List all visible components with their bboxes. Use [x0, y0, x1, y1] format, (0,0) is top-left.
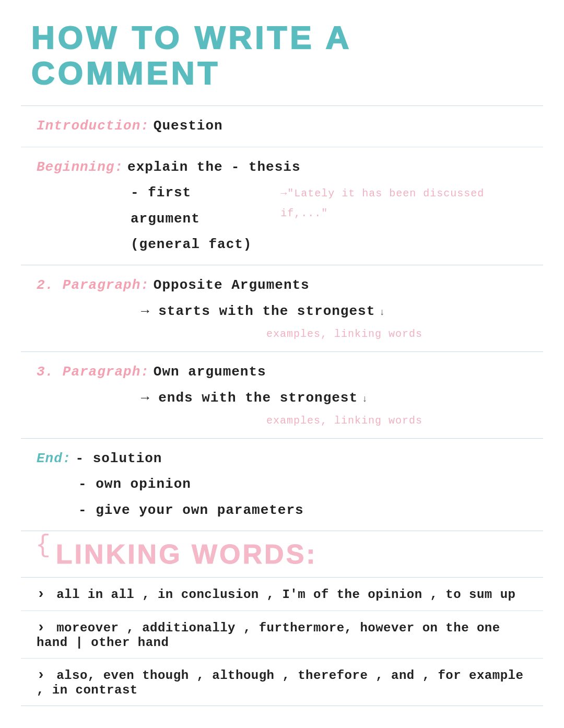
end-row3: - give your own parameters: [37, 498, 533, 523]
beginning-item2-row: - first argument →"Lately it has been di…: [37, 180, 533, 232]
page-title: HOW TO WRITE A COMMENT: [31, 20, 527, 91]
intro-label: Introduction:: [37, 113, 149, 139]
linking-title: LINKING WORDS:: [56, 539, 318, 569]
intro-section: Introduction: Question: [21, 106, 543, 146]
para2-label: 2. Paragraph:: [37, 273, 149, 298]
beginning-item1: - thesis: [231, 155, 301, 180]
linking-row3: › also, even though , although , therefo…: [21, 659, 543, 706]
beginning-item3: (general fact): [131, 232, 252, 257]
end-section: End: - solution - own opinion - give you…: [21, 439, 543, 531]
bracket-icon: {: [21, 531, 51, 555]
para3-note: examples, linking words: [266, 411, 422, 431]
para2-sub-row: → starts with the strongest ↓: [37, 299, 533, 324]
para3-sub: → ends with the strongest: [141, 385, 358, 411]
linking-section: { LINKING WORDS:: [21, 531, 543, 577]
para2-section: 2. Paragraph: Opposite Arguments → start…: [21, 265, 543, 351]
linking-arrow2: ›: [37, 619, 45, 636]
beginning-row: Beginning: explain the - thesis: [37, 155, 533, 180]
para2-row: 2. Paragraph: Opposite Arguments: [37, 273, 533, 298]
para2-sub: → starts with the strongest: [141, 299, 375, 324]
linking-text3: also, even though , although , therefore…: [37, 668, 523, 697]
para3-note-row: examples, linking words: [37, 411, 533, 431]
linking-row1: › all in all , in conclusion , I'm of th…: [21, 578, 543, 610]
para3-label: 3. Paragraph:: [37, 359, 149, 385]
para2-note-row: examples, linking words: [37, 324, 533, 344]
end-row1: End: - solution: [37, 446, 533, 472]
end-item1: - solution: [75, 446, 162, 472]
end-label: End:: [37, 446, 71, 472]
linking-row2: › moreover , additionally , furthermore,…: [21, 611, 543, 658]
end-row2: - own opinion: [37, 472, 533, 497]
title-section: HOW TO WRITE A COMMENT: [21, 10, 543, 100]
linking-text1: all in all , in conclusion , I'm of the …: [56, 588, 515, 602]
para3-section: 3. Paragraph: Own arguments → ends with …: [21, 352, 543, 438]
para3-row: 3. Paragraph: Own arguments: [37, 359, 533, 385]
divider-10: [21, 706, 543, 706]
beginning-explain: explain the: [127, 155, 223, 180]
page: HOW TO WRITE A COMMENT Introduction: Que…: [0, 0, 564, 728]
para2-text: Opposite Arguments: [154, 273, 310, 298]
linking-text2: moreover , additionally , furthermore, h…: [37, 621, 500, 650]
beginning-item3-row: (general fact): [37, 232, 533, 257]
para2-note: examples, linking words: [266, 324, 422, 344]
para2-down-arrow: ↓: [379, 303, 385, 321]
intro-text: Question: [154, 113, 223, 139]
end-item2: - own opinion: [78, 472, 191, 497]
linking-arrow1: ›: [37, 586, 45, 602]
beginning-label: Beginning:: [37, 155, 123, 180]
linking-arrow3: ›: [37, 667, 45, 683]
intro-row: Introduction: Question: [37, 113, 533, 139]
linking-title-block: LINKING WORDS:: [51, 531, 328, 577]
para3-down-arrow: ↓: [362, 390, 368, 408]
para3-sub-row: → ends with the strongest ↓: [37, 385, 533, 411]
para3-text: Own arguments: [154, 359, 266, 385]
beginning-item2: - first argument: [131, 180, 266, 232]
end-item3: - give your own parameters: [78, 498, 304, 523]
beginning-section: Beginning: explain the - thesis - first …: [21, 147, 543, 265]
beginning-item2-note: →"Lately it has been discussed if,...": [280, 184, 533, 224]
